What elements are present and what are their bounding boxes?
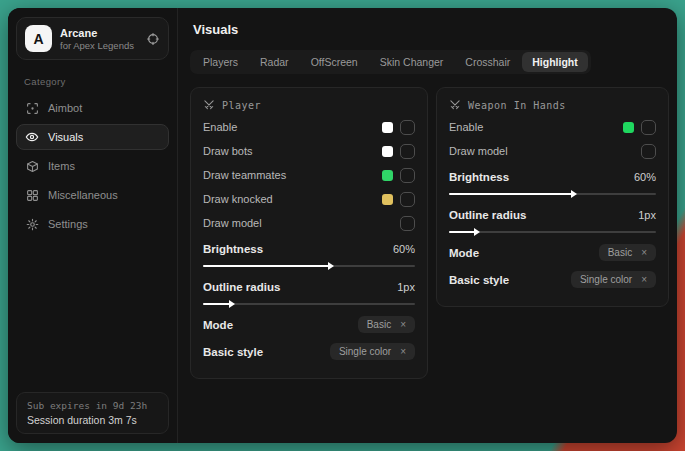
crosshair-icon bbox=[25, 102, 39, 115]
setting-row-draw-model: Draw model bbox=[449, 139, 656, 163]
slider-thumb[interactable] bbox=[474, 228, 480, 236]
checkbox[interactable] bbox=[641, 144, 656, 159]
slider-track[interactable] bbox=[203, 265, 415, 267]
tab-highlight[interactable]: Highlight bbox=[522, 52, 588, 72]
tag-value: Single color bbox=[339, 346, 391, 357]
color-swatch[interactable] bbox=[382, 146, 393, 157]
subscription-card: Sub expires in 9d 23h Session duration 3… bbox=[16, 392, 169, 434]
option-label: Mode bbox=[449, 247, 479, 259]
slider-header: Brightness60% bbox=[449, 167, 656, 187]
slider-brightness: Brightness60% bbox=[449, 167, 656, 195]
checkbox[interactable] bbox=[400, 120, 415, 135]
sidebar-item-settings[interactable]: Settings bbox=[16, 211, 169, 237]
session-duration-text: Session duration 3m 7s bbox=[27, 414, 158, 426]
slider-fill bbox=[203, 265, 330, 267]
slider-thumb[interactable] bbox=[229, 300, 235, 308]
slider-outline-radius: Outline radius1px bbox=[203, 277, 415, 305]
setting-controls bbox=[382, 120, 415, 135]
slider-thumb[interactable] bbox=[328, 262, 334, 270]
panel-header: Player bbox=[203, 99, 415, 111]
panel-header: Weapon In Hands bbox=[449, 99, 656, 111]
slider-header: Outline radius1px bbox=[449, 205, 656, 225]
tab-offscreen[interactable]: OffScreen bbox=[301, 52, 368, 72]
tab-bar: PlayersRadarOffScreenSkin ChangerCrossha… bbox=[190, 50, 591, 74]
slider-label: Brightness bbox=[203, 243, 263, 255]
option-tag[interactable]: Basic× bbox=[599, 244, 656, 261]
checkbox[interactable] bbox=[400, 192, 415, 207]
setting-label: Draw bots bbox=[203, 145, 253, 157]
swords-icon bbox=[203, 99, 215, 111]
panel-player: PlayerEnableDraw botsDraw teammatesDraw … bbox=[190, 87, 428, 379]
tag-value: Basic bbox=[367, 319, 391, 330]
tag-remove-icon[interactable]: × bbox=[400, 346, 406, 357]
target-icon[interactable] bbox=[146, 32, 160, 46]
color-swatch[interactable] bbox=[382, 122, 393, 133]
color-swatch[interactable] bbox=[382, 170, 393, 181]
panels-container: PlayerEnableDraw botsDraw teammatesDraw … bbox=[190, 87, 669, 379]
sidebar-item-label: Items bbox=[48, 160, 75, 172]
setting-label: Draw model bbox=[449, 145, 508, 157]
main-content: Visuals PlayersRadarOffScreenSkin Change… bbox=[178, 8, 677, 443]
app-header-card: A Arcane for Apex Legends bbox=[16, 17, 169, 60]
sidebar-item-label: Aimbot bbox=[48, 102, 82, 114]
slider-fill bbox=[203, 303, 231, 305]
category-label: Category bbox=[24, 76, 177, 87]
option-label: Basic style bbox=[449, 274, 509, 286]
option-label: Mode bbox=[203, 319, 233, 331]
app-window: A Arcane for Apex Legends Category Aimbo… bbox=[8, 8, 677, 443]
tag-value: Single color bbox=[580, 274, 632, 285]
tag-remove-icon[interactable]: × bbox=[641, 274, 647, 285]
setting-label: Draw model bbox=[203, 217, 262, 229]
slider-value: 1px bbox=[638, 209, 656, 221]
sidebar-item-label: Miscellaneous bbox=[48, 189, 118, 201]
setting-row-enable: Enable bbox=[203, 115, 415, 139]
checkbox[interactable] bbox=[400, 168, 415, 183]
sub-expiry-text: Sub expires in 9d 23h bbox=[27, 400, 158, 411]
option-row-basic-style: Basic styleSingle color× bbox=[203, 338, 415, 365]
tab-players[interactable]: Players bbox=[193, 52, 248, 72]
setting-label: Enable bbox=[203, 121, 237, 133]
option-tag[interactable]: Basic× bbox=[358, 316, 415, 333]
setting-controls bbox=[382, 144, 415, 159]
slider-thumb[interactable] bbox=[571, 190, 577, 198]
swords-icon bbox=[449, 99, 461, 111]
setting-controls bbox=[382, 192, 415, 207]
option-tag[interactable]: Single color× bbox=[330, 343, 415, 360]
slider-track[interactable] bbox=[449, 231, 656, 233]
sidebar-item-visuals[interactable]: Visuals bbox=[16, 124, 169, 150]
slider-brightness: Brightness60% bbox=[203, 239, 415, 267]
color-swatch[interactable] bbox=[623, 122, 634, 133]
checkbox[interactable] bbox=[400, 144, 415, 159]
sidebar-item-label: Settings bbox=[48, 218, 88, 230]
setting-row-draw-bots: Draw bots bbox=[203, 139, 415, 163]
slider-track[interactable] bbox=[203, 303, 415, 305]
option-row-mode: ModeBasic× bbox=[203, 311, 415, 338]
option-row-mode: ModeBasic× bbox=[449, 239, 656, 266]
option-label: Basic style bbox=[203, 346, 263, 358]
checkbox[interactable] bbox=[400, 216, 415, 231]
panel-title: Weapon In Hands bbox=[468, 100, 566, 111]
tag-remove-icon[interactable]: × bbox=[641, 247, 647, 258]
page-title: Visuals bbox=[193, 22, 669, 37]
tab-skin-changer[interactable]: Skin Changer bbox=[370, 52, 454, 72]
tab-crosshair[interactable]: Crosshair bbox=[455, 52, 520, 72]
option-tag[interactable]: Single color× bbox=[571, 271, 656, 288]
setting-controls bbox=[641, 144, 656, 159]
option-row-basic-style: Basic styleSingle color× bbox=[449, 266, 656, 293]
color-swatch[interactable] bbox=[382, 194, 393, 205]
tab-radar[interactable]: Radar bbox=[250, 52, 299, 72]
cube-icon bbox=[25, 160, 39, 173]
slider-track[interactable] bbox=[449, 193, 656, 195]
setting-row-draw-model: Draw model bbox=[203, 211, 415, 235]
sidebar-item-miscellaneous[interactable]: Miscellaneous bbox=[16, 182, 169, 208]
tag-remove-icon[interactable]: × bbox=[400, 319, 406, 330]
app-logo: A bbox=[25, 25, 52, 52]
setting-controls bbox=[382, 168, 415, 183]
gear-icon bbox=[25, 218, 39, 231]
checkbox[interactable] bbox=[641, 120, 656, 135]
setting-row-enable: Enable bbox=[449, 115, 656, 139]
sidebar-item-aimbot[interactable]: Aimbot bbox=[16, 95, 169, 121]
sidebar-item-items[interactable]: Items bbox=[16, 153, 169, 179]
slider-value: 1px bbox=[397, 281, 415, 293]
app-meta: Arcane for Apex Legends bbox=[60, 27, 138, 51]
